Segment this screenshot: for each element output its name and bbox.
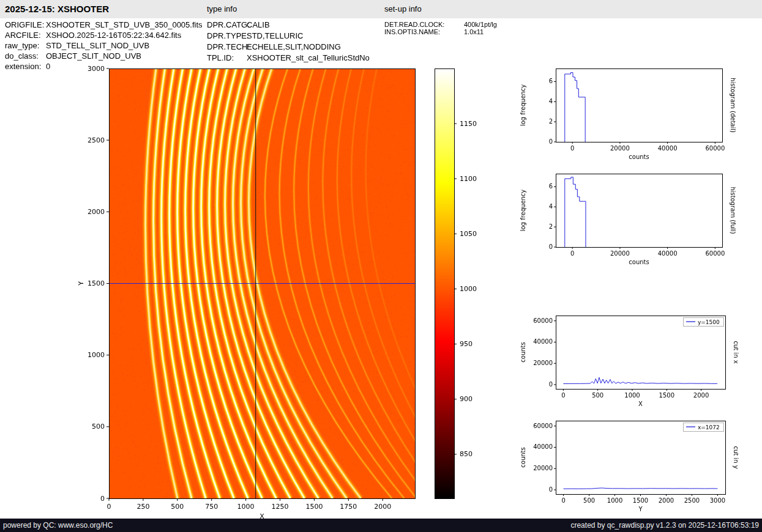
- meta-value: STD,TELLURIC: [247, 31, 303, 40]
- meta-row: ORIGFILE:XSHOOTER_SLT_STD_UVB_350_0005.f…: [5, 20, 203, 30]
- type-info-block: DPR.CATG:CALIB DPR.TYPE:STD,TELLURIC DPR…: [207, 20, 370, 64]
- meta-row: DPR.TECH:ECHELLE,SLIT,NODDING: [207, 42, 370, 53]
- meta-value: ECHELLE,SLIT,NODDING: [247, 42, 341, 51]
- meta-value: XSHOOTER_slt_cal_TelluricStdNo: [247, 53, 370, 62]
- meta-row: extension:0: [5, 61, 203, 72]
- meta-label: ARCFILE:: [5, 30, 46, 40]
- meta-label: DPR.CATG:: [207, 20, 247, 31]
- meta-label: do_class:: [5, 51, 46, 61]
- meta-row: TPL.ID:XSHOOTER_slt_cal_TelluricStdNo: [207, 53, 370, 64]
- type-info-heading: type info: [207, 0, 237, 18]
- setup-info-block: DET.READ.CLOCK:400k/1pt/lg INS.OPTI3.NAM…: [384, 21, 497, 35]
- meta-label: ORIGFILE:: [5, 20, 46, 30]
- meta-row: ARCFILE:XSHOO.2025-12-16T05:22:34.642.fi…: [5, 30, 203, 40]
- meta-value: STD_TELL_SLIT_NOD_UVB: [46, 41, 149, 50]
- meta-label: raw_type:: [5, 40, 46, 51]
- meta-label: INS.OPTI3.NAME:: [384, 28, 464, 35]
- footer-bar: powered by QC: www.eso.org/HC created by…: [0, 519, 762, 532]
- meta-value: CALIB: [247, 20, 270, 29]
- meta-row: DPR.TYPE:STD,TELLURIC: [207, 31, 370, 42]
- file-info-block: ORIGFILE:XSHOOTER_SLT_STD_UVB_350_0005.f…: [5, 20, 203, 72]
- meta-row: raw_type:STD_TELL_SLIT_NOD_UVB: [5, 40, 203, 51]
- header-bar: 2025-12-15: XSHOOTER type info set-up in…: [0, 0, 762, 18]
- report-title: 2025-12-15: XSHOOTER: [5, 0, 109, 18]
- meta-label: TPL.ID:: [207, 53, 247, 64]
- meta-value: OBJECT_SLIT_NOD_UVB: [46, 51, 141, 61]
- meta-label: DPR.TYPE:: [207, 31, 247, 42]
- meta-label: DET.READ.CLOCK:: [384, 21, 464, 28]
- meta-row: do_class:OBJECT_SLIT_NOD_UVB: [5, 51, 203, 61]
- footer-right: created by qc_rawdisp.py v1.2.3 on 2025-…: [570, 519, 759, 532]
- meta-value: XSHOOTER_SLT_STD_UVB_350_0005.fits: [46, 20, 203, 29]
- qc-figure-canvas: [0, 0, 762, 519]
- meta-label: extension:: [5, 61, 46, 72]
- meta-row: DET.READ.CLOCK:400k/1pt/lg: [384, 21, 497, 28]
- meta-value: XSHOO.2025-12-16T05:22:34.642.fits: [46, 31, 181, 40]
- footer-left: powered by QC: www.eso.org/HC: [3, 519, 113, 532]
- meta-row: DPR.CATG:CALIB: [207, 20, 370, 31]
- meta-value: 1.0x11: [464, 28, 484, 35]
- meta-value: 400k/1pt/lg: [464, 21, 497, 28]
- meta-label: DPR.TECH:: [207, 42, 247, 53]
- meta-value: 0: [46, 62, 50, 71]
- meta-row: INS.OPTI3.NAME:1.0x11: [384, 28, 497, 35]
- setup-info-heading: set-up info: [384, 0, 422, 18]
